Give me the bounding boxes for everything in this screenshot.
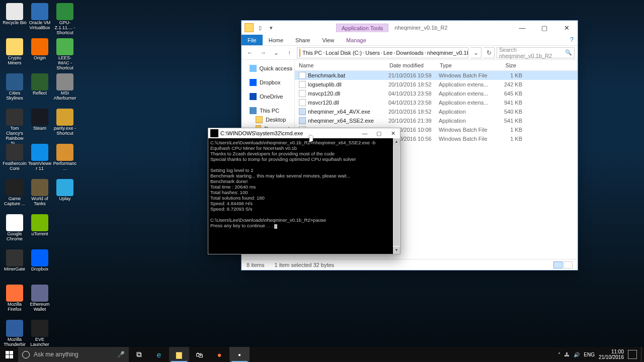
- desktop-icon[interactable]: parity.exe - Shortcut: [52, 108, 77, 143]
- start-button[interactable]: [0, 347, 18, 362]
- col-size[interactable]: Size: [491, 62, 520, 68]
- desktop-icon[interactable]: Recycle Bin: [2, 2, 27, 37]
- col-type[interactable]: Type: [436, 62, 491, 68]
- desktop-icon[interactable]: GPU-Z.1.11.... - Shortcut: [52, 2, 77, 37]
- close-button[interactable]: ✕: [386, 128, 400, 138]
- windows-icon: [6, 351, 13, 358]
- desktop-icon[interactable]: Crypto Miners: [2, 37, 27, 72]
- desktop-icon[interactable]: LEES-IMAC - Shortcut: [52, 37, 77, 72]
- scroll-track[interactable]: [393, 145, 400, 247]
- breadcrumb[interactable]: This PC›Local Disk (C:)›Users›Lee›Downlo…: [297, 47, 468, 58]
- tray-chevron-icon[interactable]: ˄: [558, 352, 560, 357]
- desktop-icon[interactable]: MinerGate: [2, 248, 27, 284]
- desktop-icon[interactable]: Mozilla Firefox: [2, 284, 27, 319]
- desktop-icon[interactable]: Reflect: [27, 72, 52, 108]
- file-row[interactable]: nheqminer_x64_SSE2.exe20/10/2016 21:39Ap…: [295, 116, 578, 125]
- refresh-button[interactable]: ↻: [484, 47, 495, 58]
- taskbar-firefox[interactable]: ●: [209, 347, 229, 362]
- desktop-icon[interactable]: Game Capture ...: [2, 178, 27, 213]
- nav-back-button[interactable]: ←: [245, 47, 256, 58]
- system-tray[interactable]: ˄ 🖧 🔊 ENG 11:0021/10/2016: [554, 347, 641, 362]
- nav-item[interactable]: Dropbox: [242, 78, 294, 87]
- file-row[interactable]: msvcr120.dll04/10/2013 23:58Application …: [295, 98, 578, 107]
- close-button[interactable]: ✕: [555, 21, 578, 35]
- status-selection: 1 item selected 32 bytes: [274, 262, 334, 268]
- taskbar-explorer[interactable]: ▆: [169, 347, 189, 362]
- cmd-output[interactable]: C:\Users\Lee\Downloads\nheqminer_v0.1b_R…: [208, 138, 393, 254]
- nav-item[interactable]: Quick access: [242, 64, 294, 73]
- breadcrumb-item[interactable]: Lee: [383, 50, 392, 56]
- tray-network-icon[interactable]: 🖧: [565, 352, 570, 357]
- qat-newfolder-icon[interactable]: ▾: [267, 23, 276, 32]
- desktop-icon[interactable]: MSI Afterburner: [52, 72, 77, 108]
- scroll-thumb[interactable]: [393, 145, 399, 246]
- desktop-icon[interactable]: Tom Clancy's Rainbow Si...: [2, 108, 27, 143]
- desktop-icon[interactable]: Performanc...: [52, 143, 77, 178]
- scroll-up-icon[interactable]: ▲: [393, 138, 400, 145]
- file-row[interactable]: msvcp120.dll04/10/2013 23:58Application …: [295, 89, 578, 98]
- large-icons-view-icon[interactable]: [564, 261, 573, 268]
- tray-language[interactable]: ENG: [584, 352, 595, 357]
- view-switcher[interactable]: [553, 261, 573, 268]
- file-row[interactable]: Benchmark.bat21/10/2016 10:59Windows Bat…: [295, 71, 578, 80]
- desktop-icon[interactable]: Ethereum Wallet: [27, 284, 52, 319]
- show-desktop-button[interactable]: [641, 347, 644, 362]
- desktop-icon[interactable]: uTorrent: [27, 213, 52, 248]
- desktop-icon[interactable]: Cities Skylines: [2, 72, 27, 108]
- cmd-titlebar[interactable]: C:\WINDOWS\system32\cmd.exe — ▢ ✕: [208, 128, 400, 138]
- desktop-icon[interactable]: TeamViewer 11: [27, 143, 52, 178]
- minimize-button[interactable]: —: [358, 128, 372, 138]
- nav-recent-button[interactable]: ⌄: [271, 47, 282, 58]
- desktop-icon[interactable]: Dropbox: [27, 248, 52, 284]
- task-view-button[interactable]: ⧉: [129, 347, 149, 362]
- breadcrumb-item[interactable]: nheqminer_v0.1b_R2: [427, 50, 468, 56]
- desktop-icon[interactable]: Uplay: [52, 178, 77, 213]
- tab-view[interactable]: View: [316, 35, 340, 45]
- action-center-icon[interactable]: [628, 350, 637, 359]
- desktop-icon[interactable]: Feathercoin Core: [2, 143, 27, 178]
- maximize-button[interactable]: ▢: [533, 21, 555, 35]
- minimize-button[interactable]: —: [511, 21, 533, 35]
- help-button[interactable]: ?: [566, 35, 578, 45]
- application-tools-tab[interactable]: Application Tools: [336, 24, 388, 32]
- file-row[interactable]: nheqminer_x64_AVX.exe20/10/2016 18:52App…: [295, 107, 578, 116]
- desktop-icon[interactable]: Google Chrome: [2, 213, 27, 248]
- tab-share[interactable]: Share: [289, 35, 316, 45]
- search-input[interactable]: Search nheqminer_v0.1b_R2🔍: [497, 47, 575, 58]
- tray-clock[interactable]: 11:0021/10/2016: [599, 349, 624, 360]
- scrollbar[interactable]: ▲ ▼: [393, 138, 400, 254]
- desktop-icon[interactable]: Steam: [27, 108, 52, 143]
- explorer-titlebar[interactable]: ▯ ▾ Application Tools nheqminer_v0.1b_R2…: [242, 21, 578, 35]
- desktop-icon[interactable]: Origin: [27, 37, 52, 72]
- scroll-down-icon[interactable]: ▼: [393, 247, 400, 254]
- breadcrumb-item[interactable]: Local Disk (C:): [326, 50, 362, 56]
- nav-item[interactable]: Desktop: [242, 115, 294, 124]
- tab-manage[interactable]: Manage: [340, 35, 372, 45]
- tray-volume-icon[interactable]: 🔊: [574, 352, 580, 357]
- col-date[interactable]: Date modified: [385, 62, 436, 68]
- column-headers[interactable]: Name Date modified Type Size: [295, 60, 578, 71]
- nav-item[interactable]: OneDrive: [242, 92, 294, 101]
- maximize-button[interactable]: ▢: [372, 128, 386, 138]
- details-view-icon[interactable]: [553, 261, 562, 268]
- tab-file[interactable]: File: [242, 35, 263, 45]
- taskbar-cmd[interactable]: ▪: [229, 347, 250, 362]
- nav-forward-button[interactable]: →: [258, 47, 269, 58]
- qat-properties-icon[interactable]: ▯: [256, 23, 265, 32]
- nav-item[interactable]: This PC: [242, 106, 294, 115]
- taskbar-store[interactable]: 🛍: [189, 347, 209, 362]
- taskbar-edge[interactable]: e: [149, 347, 169, 362]
- breadcrumb-item[interactable]: This PC: [302, 50, 322, 56]
- col-name[interactable]: Name: [295, 62, 385, 68]
- breadcrumb-item[interactable]: Users: [365, 50, 380, 56]
- breadcrumb-item[interactable]: Downloads: [396, 50, 423, 56]
- cortana-placeholder: Ask me anything: [34, 351, 78, 358]
- mic-icon[interactable]: 🎤: [117, 351, 125, 358]
- path-dropdown-button[interactable]: ⌄: [470, 47, 481, 58]
- desktop-icon[interactable]: Oracle VM VirtualBox: [27, 2, 52, 37]
- cortana-search[interactable]: Ask me anything 🎤: [18, 347, 129, 362]
- tab-home[interactable]: Home: [263, 35, 289, 45]
- nav-up-button[interactable]: ↑: [284, 47, 295, 58]
- file-row[interactable]: logsetuplib.dll20/10/2016 18:52Applicati…: [295, 80, 578, 89]
- desktop-icon[interactable]: World of Tanks: [27, 178, 52, 213]
